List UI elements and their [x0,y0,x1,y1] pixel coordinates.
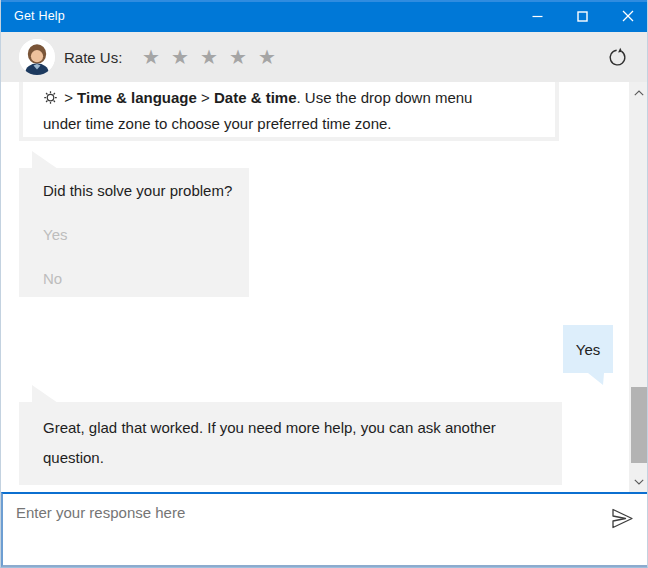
bot-bubble-final: Great, glad that worked. If you need mor… [19,402,562,485]
close-button[interactable] [605,0,648,32]
minimize-icon [532,11,543,22]
rate-us-label: Rate Us: [64,49,122,66]
user-bubble-tail [588,373,604,385]
instruction-separator: > [60,89,77,106]
instruction-separator: > [197,89,214,106]
window-title: Get Help [0,9,515,23]
instruction-text: under time zone to choose your preferred… [43,112,543,136]
scroll-down-button[interactable] [629,474,648,490]
settings-path-link: Date & time [214,89,297,106]
get-help-window: Get Help [0,0,648,568]
bubble-tail [32,385,58,403]
bubble-tail [32,151,58,169]
star-icon[interactable]: ★ [165,47,194,67]
maximize-icon [577,11,588,22]
user-bubble: Yes [563,325,613,373]
option-no: No [43,269,241,289]
send-icon [610,507,634,531]
star-icon[interactable]: ★ [136,47,165,67]
scrollbar[interactable] [629,82,648,493]
final-message-text: Great, glad that worked. If you need mor… [43,419,496,436]
titlebar[interactable]: Get Help [0,0,648,32]
scroll-up-button[interactable] [629,85,648,101]
scrollbar-thumb[interactable] [631,387,647,463]
settings-path-link: Time & language [77,89,197,106]
agent-avatar [19,39,55,75]
maximize-button[interactable] [560,0,605,32]
instruction-text: . Use the drop down menu [297,89,473,106]
refresh-button[interactable] [600,40,634,74]
star-icon[interactable]: ★ [194,47,223,67]
gear-icon [43,88,58,112]
message-input[interactable] [3,494,647,565]
star-icon[interactable]: ★ [252,47,281,67]
chevron-up-icon [634,90,644,96]
star-icon[interactable]: ★ [223,47,252,67]
bot-bubble-question: Did this solve your problem? Yes No [19,168,249,297]
rate-bar: Rate Us: ★ ★ ★ ★ ★ [1,32,647,82]
close-icon [622,10,634,22]
send-button[interactable] [609,506,635,532]
input-bar [1,492,648,567]
question-text: Did this solve your problem? [43,181,241,201]
refresh-icon [607,47,628,68]
final-message-text: question. [43,443,542,473]
option-yes: Yes [43,225,241,245]
chevron-down-icon [634,479,644,485]
user-reply-text: Yes [576,341,600,358]
minimize-button[interactable] [515,0,560,32]
instruction-card: > Time & language > Date & time. Use the… [19,82,559,141]
chat-area: > Time & language > Date & time. Use the… [1,82,648,493]
agent-avatar-image [19,39,55,75]
star-rating: ★ ★ ★ ★ ★ [136,47,281,67]
